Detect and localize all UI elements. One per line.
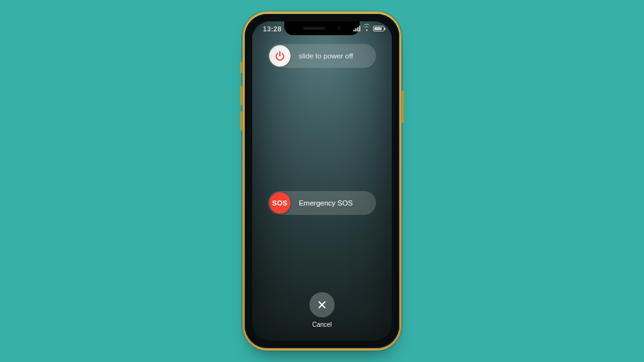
cancel-label: Cancel: [312, 321, 331, 328]
side-power-button: [402, 90, 404, 123]
power-off-label: slide to power off: [292, 52, 376, 60]
status-time: 13:28: [263, 25, 282, 33]
power-off-slider[interactable]: slide to power off: [268, 44, 376, 68]
volume-up-button: [240, 85, 242, 106]
power-off-knob[interactable]: [269, 45, 291, 67]
sos-knob[interactable]: SOS: [269, 192, 291, 214]
mute-switch: [240, 62, 242, 73]
phone-mockup: 13:28 slide to power of: [242, 11, 402, 351]
power-icon: [274, 50, 286, 62]
sos-icon-text: SOS: [272, 199, 288, 207]
status-right-cluster: [353, 26, 384, 31]
stage-background: 13:28 slide to power of: [0, 0, 644, 362]
cancel-area: Cancel: [309, 292, 335, 328]
phone-screen: 13:28 slide to power of: [252, 21, 392, 341]
phone-bezel: 13:28 slide to power of: [245, 14, 399, 348]
wifi-icon: [363, 26, 370, 31]
battery-icon: [373, 26, 384, 31]
close-icon: [318, 300, 327, 310]
emergency-sos-slider[interactable]: SOS Emergency SOS: [268, 191, 376, 215]
cancel-button[interactable]: [309, 292, 335, 317]
status-bar: 13:28: [252, 21, 392, 36]
volume-down-button: [240, 111, 242, 131]
cellular-signal-icon: [353, 26, 360, 31]
sos-label: Emergency SOS: [292, 199, 376, 207]
